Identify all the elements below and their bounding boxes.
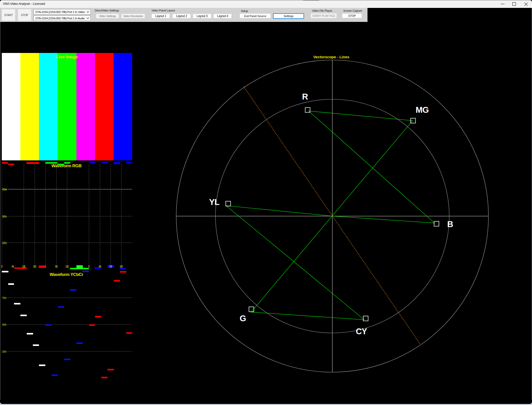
svg-text:YL: YL: [209, 197, 220, 207]
svg-text:Waveform YCbCr: Waveform YCbCr: [50, 272, 84, 277]
svg-text:G: G: [240, 314, 246, 323]
svg-text:64: 64: [55, 264, 58, 268]
svg-text:Waveform RGB: Waveform RGB: [51, 163, 81, 168]
svg-text:25%: 25%: [2, 241, 7, 245]
svg-text:64: 64: [12, 264, 14, 268]
svg-text:75%: 75%: [2, 296, 6, 300]
svg-text:50%: 50%: [2, 323, 6, 327]
svg-text:128: 128: [65, 264, 69, 268]
svg-text:MG: MG: [416, 105, 429, 115]
svg-text:CY: CY: [356, 327, 367, 336]
svg-text:0: 0: [1, 264, 3, 268]
svg-text:75%: 75%: [2, 188, 7, 191]
svg-text:25%: 25%: [2, 350, 6, 354]
svg-text:R: R: [302, 92, 308, 101]
svg-text:64: 64: [99, 264, 101, 268]
svg-text:192: 192: [33, 264, 36, 268]
svg-text:192: 192: [120, 264, 123, 268]
svg-text:0: 0: [88, 264, 90, 268]
svg-text:50%: 50%: [2, 215, 7, 218]
svg-text:B: B: [447, 219, 453, 229]
svg-text:Vectorscope - Lines: Vectorscope - Lines: [313, 55, 349, 59]
svg-text:128: 128: [109, 264, 112, 268]
svg-text:Live Image: Live Image: [56, 54, 78, 59]
